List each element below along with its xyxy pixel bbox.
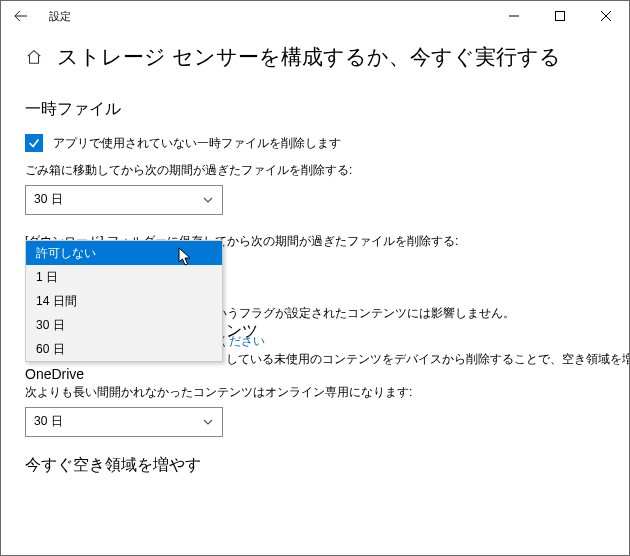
dropdown-option[interactable]: 60 日 bbox=[26, 337, 222, 361]
titlebar: 設定 bbox=[1, 1, 629, 31]
cloud-section: ンツ している未使用のコンテンツをデバイスから削除することで、空き領域を増やすこ… bbox=[226, 321, 605, 373]
page-header: ストレージ センサーを構成するか、今すぐ実行する bbox=[25, 43, 605, 71]
minimize-icon bbox=[509, 11, 519, 21]
dropdown-option[interactable]: 30 日 bbox=[26, 313, 222, 337]
checkbox-delete-temp-label: アプリで使用されていない一時ファイルを削除します bbox=[53, 135, 341, 152]
arrow-left-icon bbox=[14, 9, 28, 23]
checkmark-icon bbox=[27, 136, 41, 150]
checkbox-delete-temp-box[interactable] bbox=[25, 134, 43, 152]
dropdown-option[interactable]: 1 日 bbox=[26, 265, 222, 289]
recycle-bin-combo[interactable]: 30 日 bbox=[25, 185, 223, 215]
minimize-button[interactable] bbox=[491, 1, 537, 31]
cloud-body-partial: している未使用のコンテンツをデバイスから削除することで、空き領域を増やすことがで… bbox=[226, 350, 605, 369]
home-icon[interactable] bbox=[25, 48, 43, 66]
checkbox-delete-temp[interactable]: アプリで使用されていない一時ファイルを削除します bbox=[25, 134, 605, 152]
downloads-dropdown[interactable]: 許可しない1 日14 日間30 日60 日 bbox=[25, 240, 223, 362]
maximize-button[interactable] bbox=[537, 1, 583, 31]
section-free-now-heading: 今すぐ空き領域を増やす bbox=[25, 455, 605, 476]
onedrive-label: 次よりも長い間開かれなかったコンテンツはオンライン専用になります: bbox=[25, 384, 605, 401]
dropdown-option[interactable]: 14 日間 bbox=[26, 289, 222, 313]
onedrive-value: 30 日 bbox=[34, 413, 202, 430]
maximize-icon bbox=[555, 11, 565, 21]
close-icon bbox=[601, 11, 611, 21]
close-button[interactable] bbox=[583, 1, 629, 31]
cloud-heading-partial: ンツ bbox=[226, 321, 605, 342]
settings-window: 設定 ストレージ センサーを構成するか、今すぐ実行する 一時ファイル アプリで使… bbox=[0, 0, 630, 556]
recycle-bin-label: ごみ箱に移動してから次の期間が過ぎたファイルを削除する: bbox=[25, 162, 605, 179]
window-title: 設定 bbox=[49, 9, 71, 24]
dropdown-option[interactable]: 許可しない bbox=[26, 241, 222, 265]
back-button[interactable] bbox=[7, 1, 35, 31]
chevron-down-icon bbox=[202, 197, 214, 203]
recycle-bin-value: 30 日 bbox=[34, 191, 202, 208]
onedrive-combo[interactable]: 30 日 bbox=[25, 407, 223, 437]
page-title: ストレージ センサーを構成するか、今すぐ実行する bbox=[57, 43, 561, 71]
section-temp-files-heading: 一時ファイル bbox=[25, 99, 605, 120]
svg-rect-0 bbox=[556, 12, 565, 21]
chevron-down-icon bbox=[202, 419, 214, 425]
